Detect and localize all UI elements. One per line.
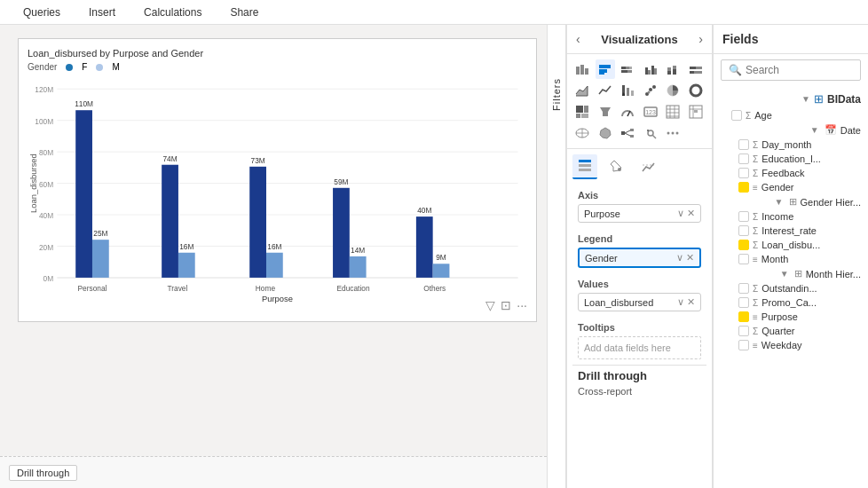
outstanding-checkbox[interactable] (738, 283, 749, 294)
viz-icon-more[interactable] (663, 123, 683, 143)
viz-icon-pie[interactable] (663, 81, 683, 100)
month-checkbox[interactable] (738, 254, 749, 264)
age-sigma-icon: Σ (746, 111, 751, 121)
bar-home-male[interactable] (249, 167, 266, 278)
legend-field-pill[interactable]: Gender ∨ ✕ (578, 248, 701, 268)
viz-icon-line[interactable] (596, 81, 615, 100)
quarter-checkbox[interactable] (738, 326, 749, 336)
nav-insert[interactable]: Insert (75, 3, 130, 22)
field-feedback[interactable]: Σ Feedback (714, 166, 868, 180)
viz-icon-funnel[interactable] (596, 102, 615, 122)
legend-chevron-icon[interactable]: ∨ (676, 252, 683, 264)
viz-icon-decomp[interactable] (618, 123, 637, 143)
viz-icon-map[interactable] (572, 123, 592, 143)
filters-panel[interactable]: Filters (547, 25, 566, 488)
fields-search-input[interactable] (746, 64, 853, 76)
bidata-expand-icon[interactable]: ▼ (801, 94, 810, 104)
field-month[interactable]: ≡ Month (714, 252, 868, 266)
field-promo[interactable]: Σ Promo_Ca... (714, 295, 868, 310)
field-age[interactable]: Σ Age (714, 108, 868, 122)
more-toolbar-icon[interactable]: ··· (517, 298, 527, 312)
field-education[interactable]: Σ Education_l... (714, 152, 868, 166)
viz-icon-key-influencer[interactable] (641, 123, 660, 143)
format-build-icon[interactable] (604, 154, 629, 179)
age-checkbox[interactable] (731, 110, 742, 121)
focus-toolbar-icon[interactable]: ⊡ (501, 298, 511, 312)
bar-others-female[interactable] (433, 264, 450, 278)
viz-icon-donut[interactable] (686, 81, 706, 100)
field-income[interactable]: Σ Income (714, 209, 868, 224)
values-remove-icon[interactable]: ✕ (687, 296, 695, 308)
field-month-hier[interactable]: ▼ ⊞ Month Hier... (714, 266, 868, 281)
bar-education-male[interactable] (333, 188, 350, 278)
bidata-header[interactable]: ▼ ⊞ BIData (714, 90, 868, 108)
viz-icon-ribbon[interactable] (618, 81, 637, 100)
gender-checkbox[interactable] (738, 182, 749, 193)
date-expand-icon[interactable]: ▼ (810, 125, 819, 135)
income-checkbox[interactable] (738, 211, 749, 222)
analytics-build-icon[interactable] (636, 154, 661, 179)
viz-icon-filled-map[interactable] (596, 123, 615, 143)
svg-text:Travel: Travel (167, 284, 187, 293)
fields-build-icon[interactable] (572, 154, 597, 179)
bar-personal-female[interactable] (92, 240, 109, 278)
viz-icon-scatter[interactable] (641, 81, 660, 100)
viz-icon-clustered[interactable] (641, 59, 660, 79)
viz-icon-stacked-bar[interactable] (618, 59, 637, 79)
filter-toolbar-icon[interactable]: ▽ (485, 298, 495, 312)
drill-through-button[interactable]: Drill through (9, 465, 77, 481)
month-hier-expand[interactable]: ▼ (780, 269, 789, 279)
svg-rect-38 (626, 67, 629, 69)
field-interest[interactable]: Σ Interest_rate (714, 224, 868, 238)
values-field-pill[interactable]: Loan_disbursed ∨ ✕ (578, 293, 701, 311)
viz-icon-matrix[interactable] (686, 102, 706, 122)
viz-icon-area[interactable] (572, 81, 592, 100)
field-gender-hier[interactable]: ▼ ⊞ Gender Hier... (714, 194, 868, 209)
viz-icon-column[interactable] (596, 59, 615, 79)
daymonth-checkbox[interactable] (738, 139, 749, 150)
viz-icon-stacked-col[interactable] (663, 59, 683, 79)
legend-remove-icon[interactable]: ✕ (686, 252, 694, 264)
drill-through-label: Drill through (17, 468, 69, 478)
field-loan[interactable]: Σ Loan_disbu... (714, 238, 868, 252)
field-date-group[interactable]: ▼ 📅 Date (714, 122, 868, 138)
purpose-checkbox[interactable] (738, 311, 749, 322)
field-outstanding[interactable]: Σ Outstandin... (714, 281, 868, 295)
weekday-checkbox[interactable] (738, 340, 749, 350)
viz-expand-arrow[interactable]: › (698, 32, 703, 46)
field-purpose[interactable]: ≡ Purpose (714, 310, 868, 324)
axis-chevron-icon[interactable]: ∨ (677, 208, 684, 219)
values-chevron-icon[interactable]: ∨ (677, 296, 684, 308)
viz-collapse-arrow[interactable]: ‹ (576, 32, 580, 46)
gender-hier-expand[interactable]: ▼ (775, 197, 784, 207)
bar-travel-male[interactable] (162, 165, 178, 278)
loan-checkbox[interactable] (738, 240, 749, 250)
bar-travel-female[interactable] (178, 253, 195, 278)
bar-personal-male[interactable] (75, 110, 92, 278)
viz-icon-card[interactable]: 123 (641, 102, 660, 122)
viz-icon-100bar[interactable] (686, 59, 706, 79)
nav-share[interactable]: Share (216, 3, 272, 22)
quarter-name: Quarter (761, 326, 794, 336)
viz-icon-bar[interactable] (572, 59, 592, 79)
viz-icon-table[interactable] (663, 102, 683, 122)
fields-search-box[interactable]: 🔍 (721, 59, 861, 81)
field-weekday[interactable]: ≡ Weekday (714, 338, 868, 352)
bar-education-female[interactable] (350, 256, 367, 278)
nav-queries[interactable]: Queries (9, 3, 75, 22)
feedback-checkbox[interactable] (738, 168, 749, 178)
education-checkbox[interactable] (738, 153, 749, 164)
field-quarter[interactable]: Σ Quarter (714, 324, 868, 338)
axis-remove-icon[interactable]: ✕ (687, 208, 695, 219)
bar-others-male[interactable] (416, 216, 433, 278)
nav-calculations[interactable]: Calculations (130, 3, 216, 22)
tooltips-placeholder[interactable]: Add data fields here (578, 336, 701, 359)
axis-field-pill[interactable]: Purpose ∨ ✕ (578, 204, 701, 223)
promo-checkbox[interactable] (738, 297, 749, 308)
interest-checkbox[interactable] (738, 225, 749, 236)
field-daymonth[interactable]: Σ Day_month (714, 138, 868, 152)
bar-home-female[interactable] (266, 253, 283, 278)
field-gender[interactable]: ≡ Gender (714, 180, 868, 194)
viz-icon-gauge[interactable] (618, 102, 637, 122)
viz-icon-treemap[interactable] (572, 102, 592, 122)
